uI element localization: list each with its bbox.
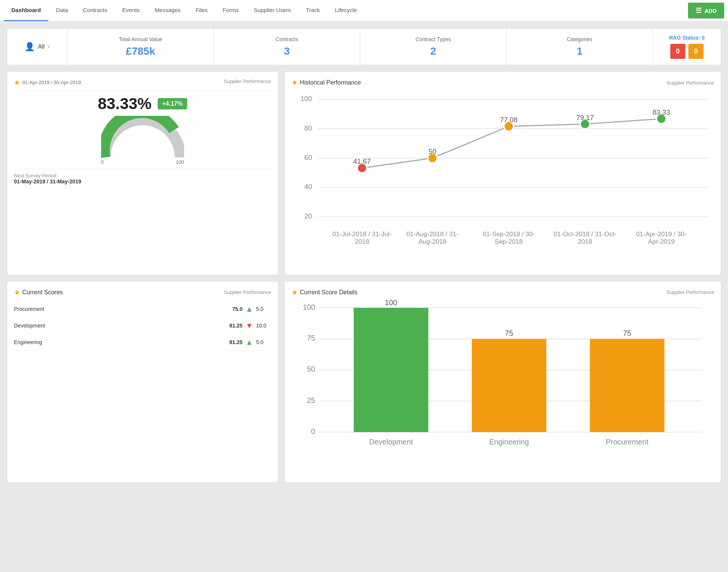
svg-text:100: 100	[303, 303, 315, 311]
svg-text:79.17: 79.17	[576, 114, 594, 121]
nav-bar: Dashboard Data Contracts Events Messages…	[0, 0, 728, 22]
gauge-max-label: 100	[176, 159, 184, 165]
tab-files[interactable]: Files	[188, 0, 215, 21]
scores-name-development: Development	[14, 323, 224, 329]
svg-text:01-Sep-2018 / 30-: 01-Sep-2018 / 30-	[482, 231, 534, 238]
scores-row-engineering: Engineering 81.25 ▲ 5.0	[14, 334, 271, 351]
tab-contracts[interactable]: Contracts	[75, 0, 115, 21]
rag-label: RAG Status: 0	[669, 35, 705, 41]
arrow-up-icon-procurement: ▲	[246, 305, 253, 314]
svg-text:01-Jul-2018 / 31-Jul-: 01-Jul-2018 / 31-Jul-	[332, 231, 392, 238]
categories-label: Categories	[567, 36, 593, 42]
gauge-row: 83.33% +4.17%	[98, 95, 187, 113]
main-content: 👤 All › Total Annual Value £785k Contrac…	[0, 22, 728, 489]
tab-supplier-users[interactable]: Supplier Users	[246, 0, 298, 21]
svg-text:75: 75	[623, 329, 631, 337]
scores-row-procurement: Procurement 75.0 ▲ 5.0	[14, 301, 271, 318]
gauge-arc	[101, 116, 184, 159]
svg-text:2018: 2018	[578, 238, 592, 245]
tab-track[interactable]: Track	[298, 0, 327, 21]
current-scores-subtitle: Supplier Performance	[224, 289, 271, 295]
contracts-value: 3	[284, 45, 290, 57]
scores-delta-development: 10.0	[256, 323, 271, 329]
scores-delta-procurement: 5.0	[256, 306, 271, 312]
svg-text:41.67: 41.67	[353, 157, 371, 165]
total-annual-value-cell: Total Annual Value £785k	[68, 29, 214, 65]
svg-text:80: 80	[304, 124, 312, 132]
svg-text:100: 100	[300, 95, 312, 103]
scores-table: Procurement 75.0 ▲ 5.0 Development 81.25…	[14, 301, 271, 351]
svg-text:20: 20	[304, 212, 312, 220]
svg-text:25: 25	[307, 396, 315, 404]
rag-badges: 0 0	[670, 44, 703, 59]
tab-forms[interactable]: Forms	[215, 0, 246, 21]
tab-events[interactable]: Events	[115, 0, 147, 21]
svg-text:60: 60	[304, 154, 312, 161]
star-icon-details: ★	[292, 288, 298, 297]
tab-lifecycle[interactable]: Lifecycle	[327, 0, 364, 21]
bar-development	[353, 308, 428, 432]
rag-cell: RAG Status: 0 0 0	[653, 29, 721, 65]
total-annual-value: £785k	[126, 45, 155, 57]
svg-text:50: 50	[307, 365, 315, 373]
tab-dashboard[interactable]: Dashboard	[4, 0, 48, 21]
svg-text:01-Apr-2019 / 30-: 01-Apr-2019 / 30-	[636, 231, 687, 238]
current-score-details-title: Current Score Details	[300, 289, 358, 296]
total-annual-value-label: Total Annual Value	[119, 36, 162, 42]
svg-text:50: 50	[429, 148, 436, 155]
bar-procurement	[590, 339, 665, 432]
bar-chart: 100 75 50 25 0 100 Development	[292, 300, 714, 475]
menu-icon: ☰	[696, 6, 702, 15]
categories-value: 1	[577, 45, 583, 57]
scores-row-development: Development 81.25 ▼ 10.0	[14, 318, 271, 334]
tab-data[interactable]: Data	[48, 0, 75, 21]
svg-text:Engineering: Engineering	[489, 438, 529, 446]
gauge-percentage: 83.33%	[98, 95, 151, 113]
scores-val-engineering: 81.25	[224, 339, 243, 345]
summary-card: 👤 All › Total Annual Value £785k Contrac…	[7, 28, 721, 65]
scores-name-engineering: Engineering	[14, 339, 224, 345]
all-label: All	[38, 43, 45, 50]
historical-performance-panel: ★ Historical Performance Supplier Perfor…	[284, 71, 721, 275]
arrow-down-icon-development: ▼	[246, 321, 253, 330]
historical-chart: 100 80 60 40 20	[292, 91, 714, 268]
arrow-up-icon-engineering: ▲	[246, 338, 253, 347]
star-icon-scores: ★	[14, 288, 20, 297]
chevron-right-icon: ›	[48, 43, 49, 50]
star-icon: ★	[14, 78, 20, 87]
contracts-cell: Contracts 3	[214, 29, 360, 65]
svg-text:83.33: 83.33	[653, 108, 670, 116]
scores-val-procurement: 75.0	[224, 306, 243, 312]
supplier-perf-label: Supplier Performance	[224, 78, 271, 84]
bar-engineering	[472, 339, 546, 432]
scores-delta-engineering: 5.0	[256, 339, 271, 345]
historical-title: Historical Performance	[300, 79, 361, 86]
svg-text:Procurement: Procurement	[606, 438, 649, 446]
svg-text:01-Aug-2018 / 31-: 01-Aug-2018 / 31-	[406, 231, 458, 238]
next-survey-value: 01-May-2019 / 31-May-2019	[14, 178, 271, 185]
svg-text:Apr-2019: Apr-2019	[648, 238, 674, 245]
period-text: 01-Apr-2019 / 30-Apr-2019	[22, 80, 81, 85]
star-icon-hist: ★	[292, 78, 298, 87]
tab-messages[interactable]: Messages	[147, 0, 188, 21]
gauge-delta: +4.17%	[158, 98, 187, 109]
categories-cell: Categories 1	[507, 29, 653, 65]
all-cell[interactable]: 👤 All ›	[7, 29, 68, 65]
contract-types-label: Contract Types	[416, 36, 451, 42]
gauge-container: 83.33% +4.17% 0 100	[14, 95, 271, 165]
current-scores-panel: ★ Current Scores Supplier Performance Pr…	[7, 281, 278, 483]
svg-text:Aug-2018: Aug-2018	[418, 238, 446, 245]
person-icon: 👤	[25, 42, 35, 52]
scores-val-development: 81.25	[224, 323, 243, 329]
bottom-row: ★ Current Scores Supplier Performance Pr…	[7, 281, 721, 483]
svg-text:0: 0	[311, 427, 315, 435]
next-survey-label: Next Survey Period:	[14, 173, 271, 178]
add-button[interactable]: ☰ ADD	[688, 3, 725, 18]
panels-row: ★ 01-Apr-2019 / 30-Apr-2019 Supplier Per…	[7, 71, 721, 275]
gauge-labels: 0 100	[101, 159, 184, 165]
historical-subtitle: Supplier Performance	[667, 80, 714, 86]
contracts-label: Contracts	[276, 36, 298, 42]
svg-text:100: 100	[385, 298, 397, 307]
svg-text:77.08: 77.08	[500, 116, 518, 124]
current-scores-title: Current Scores	[22, 289, 63, 296]
